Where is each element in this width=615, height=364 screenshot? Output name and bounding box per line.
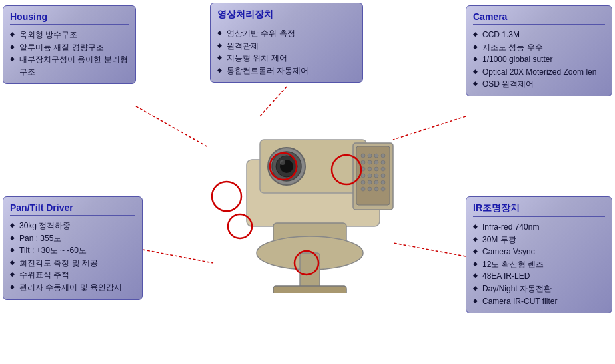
ir-item-7: Camera IR-CUT filter (473, 295, 605, 308)
ir-item-6: Day/Night 자동전환 (473, 283, 605, 295)
pantilt-item-4: 회전각도 측정 및 제공 (10, 257, 135, 270)
camera-item-5: OSD 원격제어 (473, 78, 605, 91)
pantilt-item-5: 수위표식 추적 (10, 269, 135, 281)
svg-point-32 (381, 187, 385, 191)
svg-point-28 (381, 180, 385, 184)
housing-box: Housing 옥외형 방수구조 알루미늄 재질 경량구조 내부장치구성이 용이… (3, 5, 136, 84)
image-proc-item-2: 원격관제 (217, 40, 356, 53)
pantilt-item-6: 관리자 수동제어 및 육안감시 (10, 281, 135, 294)
svg-point-31 (374, 187, 378, 191)
ir-item-4: 12도 확산형 렌즈 (473, 258, 605, 271)
camera-list: CCD 1.3M 저조도 성능 우수 1/1000 global sutter … (473, 29, 605, 91)
housing-list: 옥외형 방수구조 알루미늄 재질 경량구조 내부장치구성이 용이한 분리형 구조 (10, 29, 129, 78)
pantilt-list: 30kg 정격하중 Pan : 355도 Tilt : +30도 ~ -60도 … (10, 220, 135, 294)
camera-title: Camera (473, 11, 605, 25)
ir-list: Infra-red 740nm 30M 투광 Camera Vsync 12도 … (473, 221, 605, 307)
pantilt-item-2: Pan : 355도 (10, 232, 135, 245)
ir-box: IR조명장치 Infra-red 740nm 30M 투광 Camera Vsy… (466, 196, 612, 313)
svg-point-18 (368, 167, 372, 171)
ir-item-2: 30M 투광 (473, 234, 605, 246)
svg-rect-41 (273, 286, 346, 293)
svg-point-15 (374, 160, 378, 164)
svg-point-10 (368, 154, 372, 158)
svg-point-30 (368, 187, 372, 191)
ir-title: IR조명장치 (473, 202, 605, 217)
svg-point-19 (374, 167, 378, 171)
svg-point-37 (280, 160, 285, 165)
housing-item-2: 알루미늄 재질 경량구조 (10, 41, 129, 54)
svg-point-25 (361, 180, 365, 184)
ir-item-1: Infra-red 740nm (473, 221, 605, 234)
svg-point-11 (374, 154, 378, 158)
ir-item-5: 48EA IR-LED (473, 270, 605, 283)
housing-title: Housing (10, 11, 129, 25)
camera-item-3: 1/1000 global sutter (473, 53, 605, 66)
svg-point-24 (381, 174, 385, 178)
svg-point-16 (381, 160, 385, 164)
camera-svg (153, 67, 406, 293)
svg-point-29 (361, 187, 365, 191)
svg-point-14 (368, 160, 372, 164)
camera-item-4: Optical 20X Moterized Zoom len (473, 66, 605, 79)
svg-point-20 (381, 167, 385, 171)
svg-point-26 (368, 180, 372, 184)
image-proc-title: 영상처리장치 (217, 9, 356, 23)
housing-item-1: 옥외형 방수구조 (10, 29, 129, 41)
svg-point-27 (374, 180, 378, 184)
pantilt-title: Pan/Tilt Driver (10, 202, 135, 216)
ir-item-3: Camera Vsync (473, 246, 605, 258)
image-proc-item-1: 영상기반 수위 측정 (217, 27, 356, 40)
camera-box: Camera CCD 1.3M 저조도 성능 우수 1/1000 global … (466, 5, 612, 96)
svg-point-23 (374, 174, 378, 178)
pantilt-box: Pan/Tilt Driver 30kg 정격하중 Pan : 355도 Til… (3, 196, 143, 300)
main-container: Housing 옥외형 방수구조 알루미늄 재질 경량구조 내부장치구성이 용이… (0, 0, 615, 364)
camera-item-2: 저조도 성능 우수 (473, 41, 605, 54)
camera-image (153, 67, 406, 293)
svg-point-21 (361, 174, 365, 178)
svg-point-13 (361, 160, 365, 164)
image-proc-item-3: 지능형 위치 제어 (217, 52, 356, 65)
housing-item-3: 내부장치구성이 용이한 분리형 구조 (10, 53, 129, 78)
svg-point-9 (361, 154, 365, 158)
pantilt-item-3: Tilt : +30도 ~ -60도 (10, 244, 135, 257)
svg-point-42 (212, 182, 241, 211)
pantilt-item-1: 30kg 정격하중 (10, 220, 135, 232)
svg-point-43 (228, 214, 252, 238)
svg-point-12 (381, 154, 385, 158)
camera-item-1: CCD 1.3M (473, 29, 605, 41)
svg-point-22 (368, 174, 372, 178)
